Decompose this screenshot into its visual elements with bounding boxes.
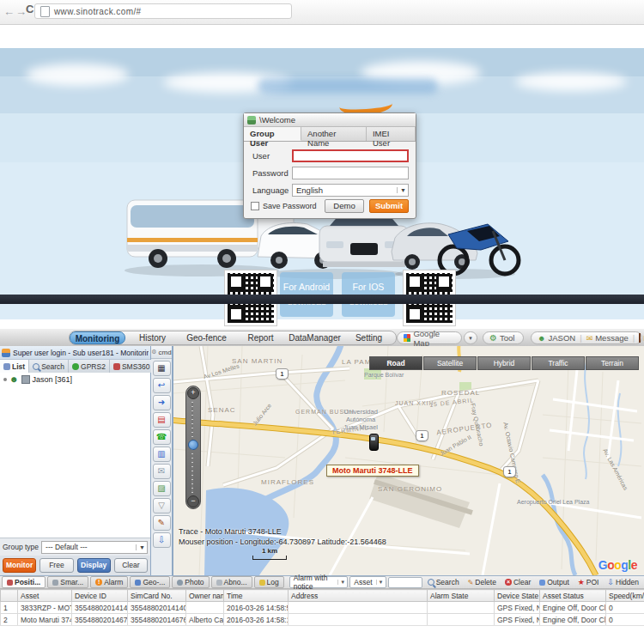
expand-icon[interactable] [3,378,7,381]
smart-icon [52,580,58,586]
list-icon [3,363,10,370]
tab-datamanager[interactable]: DataManager [288,331,342,344]
vehicle-marker-label[interactable]: Moto Maruti 3748-LLE [326,465,419,477]
col-speed[interactable]: Speed(km/h) [606,590,644,602]
tab-geo[interactable]: Geo-... [130,576,170,588]
tab-log[interactable]: Log [254,576,284,588]
url-text: www.sinotrack.com/# [54,7,142,16]
message-button[interactable]: Message [595,333,629,343]
cmd-hide-button[interactable]: ⇩ [153,532,171,548]
cmd-call-button[interactable]: ☎ [153,429,171,445]
display-button[interactable]: Display [77,558,111,573]
cmd-photo-button[interactable]: ▨ [153,481,171,496]
col-asset-status[interactable]: Asset Status [540,590,606,602]
map-type-hybrid[interactable]: Hybrid [477,356,531,370]
tree-item-label: Jason [361] [33,375,73,384]
back-icon[interactable]: ← [3,3,15,21]
map-type-road[interactable]: Road [369,356,422,370]
col-asset[interactable]: Asset [18,590,72,602]
alarm-filter-select[interactable]: Alarm with notice ▼ [289,576,349,588]
tab-geo-fence[interactable]: Geo-fence [179,331,234,344]
tab-position[interactable]: Positi... [2,576,46,588]
tab-gprs[interactable]: GPRS2 [69,360,110,373]
save-password-checkbox[interactable] [251,202,259,210]
tab-group-user[interactable]: Group User [244,127,301,141]
tab-imei-user[interactable]: IMEI User [367,127,416,141]
map-canvas[interactable]: LA PAMPA SAN MARTIN Av Los Melles SENAC … [173,346,644,575]
table-row[interactable]: 1 3833RZP - MOTO 355488020141408 3554880… [1,602,644,614]
tab-monitoring[interactable]: Monitoring [70,331,125,344]
password-input[interactable] [292,167,409,179]
tab-abnormal[interactable]: Abno... [211,576,252,588]
tab-smart[interactable]: Smar... [47,576,88,588]
cmd-monitor-button[interactable]: ▦ [153,361,171,376]
cmd-edit-button[interactable]: ✎ [153,515,171,531]
search-icon [33,363,39,370]
tab-photo[interactable]: Photo [172,576,209,588]
zoom-out-button[interactable]: − [187,495,199,507]
col-time[interactable]: Time [224,590,289,602]
table-empty-area [0,625,644,644]
tab-list[interactable]: List [0,360,29,373]
user-input[interactable] [292,149,409,162]
cloud [515,72,627,91]
geo-icon [135,580,141,586]
cmd-message-button[interactable]: ✉ [153,464,171,479]
col-device-state[interactable]: Device State [495,590,540,602]
tool-button[interactable]: ⚙ Tool [483,331,524,344]
col-simcard[interactable]: SimCard No. [128,590,186,602]
tab-sms[interactable]: SMS360 [110,360,154,373]
cmd-send-button[interactable]: ➜ [153,395,171,410]
map-type-traffic[interactable]: Traffic [532,356,585,370]
sidebar-tabs: List Search GPRS2 SMS360 [0,360,150,374]
table-row[interactable]: 2 Moto Maruti 3748-LL 355488020146769 35… [1,614,644,626]
delete-button[interactable]: ✎ Delete [465,577,500,587]
address-bar[interactable]: www.sinotrack.com/# [34,3,292,19]
hidden-button[interactable]: ⇩ Hidden [605,577,642,587]
tab-search[interactable]: Search [29,360,69,373]
zoom-in-button[interactable]: + [187,387,199,399]
vehicle-marker[interactable] [369,434,379,451]
username[interactable]: JASON [548,333,575,343]
submit-button[interactable]: Submit [369,199,409,213]
zoom-handle[interactable] [188,440,198,450]
map-provider-dropdown-button[interactable]: ▼ [464,331,477,344]
asset-filter-select[interactable]: Asset ▼ [349,576,386,588]
cmd-track-button[interactable]: ↩ [153,378,171,393]
save-password-label: Save Password [263,202,317,210]
map-type-satellite[interactable]: Satellite [423,356,477,370]
map-label: MIRAFLORES [261,478,314,486]
col-alarm-state[interactable]: Alarm State [428,590,495,602]
search-button[interactable]: Search [424,577,463,587]
col-device-id[interactable]: Device ID [72,590,128,602]
tab-alarm[interactable]: ! Alarm [90,576,128,588]
exit-icon [639,333,641,343]
cmd-info-button[interactable]: ▥ [153,447,171,462]
clear-button[interactable]: × Clear [501,577,534,587]
col-index[interactable] [1,590,18,602]
clear-button[interactable]: Clear [114,558,148,573]
search-input[interactable] [388,577,422,588]
language-select[interactable]: English ▼ [292,184,409,197]
cmd-filter-button[interactable]: ▽ [153,498,171,513]
col-address[interactable]: Address [289,590,428,602]
map-label: JUAN XXIII [395,400,434,406]
map-type-terrain[interactable]: Terrain [586,356,639,370]
monitor-button[interactable]: Monitor [3,558,36,573]
reload-icon[interactable]: C [26,3,33,15]
cmd-report-button[interactable]: ▤ [153,412,171,428]
tab-history[interactable]: History [125,331,179,344]
group-type-select[interactable]: --- Default --- ▼ [41,541,148,554]
cloud [26,64,129,86]
poi-button[interactable]: ★ POI [574,577,603,587]
tab-another-name[interactable]: Another Name [301,127,367,141]
free-button[interactable]: Free [39,558,73,573]
col-owner[interactable]: Owner name [186,590,224,602]
demo-button[interactable]: Demo [325,199,364,213]
output-button[interactable]: Output [536,577,573,587]
map-zoom-slider[interactable]: + − [185,386,201,509]
tab-setting[interactable]: Setting [342,331,396,344]
map-provider-select[interactable]: Google Map [397,331,462,344]
tree-item-jason[interactable]: ☻ Jason [361] [0,373,150,386]
tab-report[interactable]: Report [234,331,288,344]
